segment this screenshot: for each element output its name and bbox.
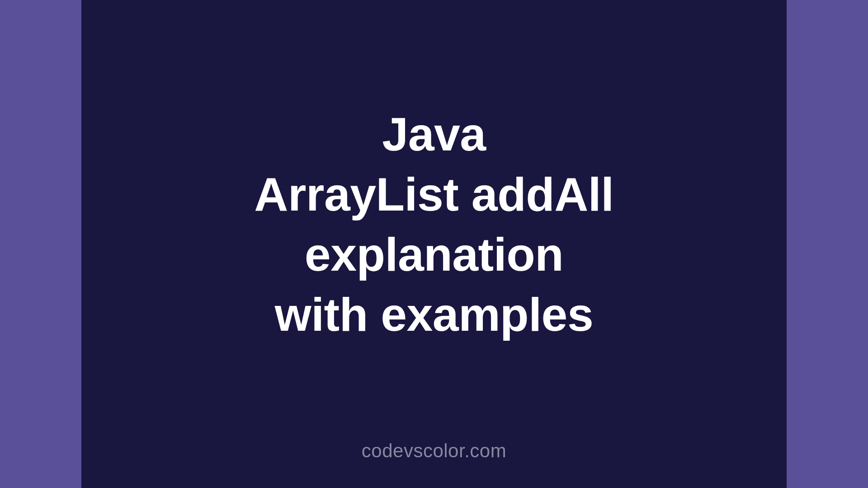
main-title: Java ArrayList addAll explanation with e… — [185, 104, 683, 345]
watermark-text: codevscolor.com — [362, 440, 506, 462]
title-line-2: ArrayList addAll — [185, 164, 683, 225]
title-line-4: with examples — [185, 285, 683, 345]
title-line-3: explanation — [185, 225, 683, 285]
title-line-1: Java — [185, 104, 683, 164]
title-container: Java ArrayList addAll explanation with e… — [185, 104, 683, 345]
